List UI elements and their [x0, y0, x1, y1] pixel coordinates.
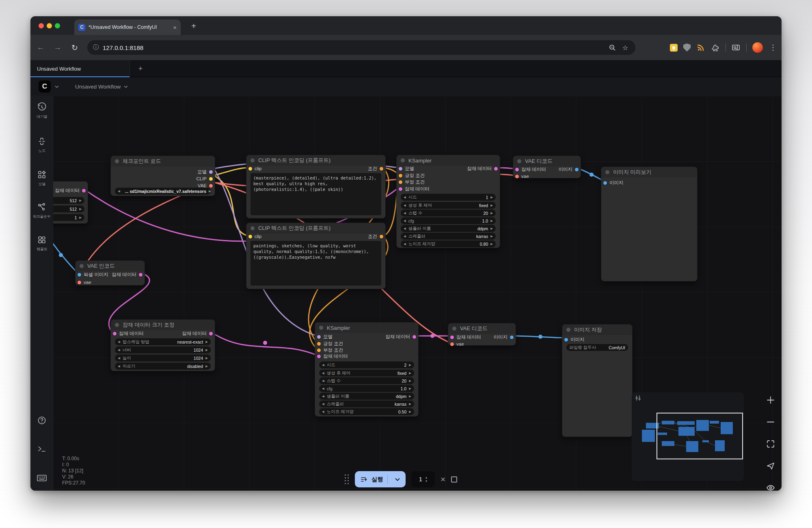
output-slot[interactable]: 잠재 데이터 — [385, 334, 416, 340]
run-options-chevron-icon[interactable] — [392, 476, 403, 483]
widget-control-after-generate[interactable]: ◀생성 후 제어fixed▶ — [319, 370, 414, 377]
widget-batch[interactable]: 1▶ — [53, 214, 84, 221]
widget-cfg[interactable]: ◀cfg1.0▶ — [401, 217, 496, 224]
minimap-viewport[interactable] — [657, 413, 743, 459]
input-slot[interactable]: 잠재 데이터 — [113, 331, 144, 336]
arrow-right-icon[interactable]: ▶ — [79, 199, 82, 202]
widget-height[interactable]: ◀높이1024▶ — [115, 355, 211, 361]
stepper-arrows[interactable]: ▴▾ — [425, 476, 427, 482]
input-slot[interactable]: vae — [78, 279, 91, 285]
input-slot[interactable]: 긍정 조건 — [399, 173, 425, 178]
output-slot[interactable]: CLIP — [196, 176, 213, 182]
profile-avatar[interactable] — [752, 42, 763, 53]
arrow-right-icon[interactable]: ▶ — [79, 207, 82, 211]
collapse-dot[interactable] — [605, 170, 609, 174]
node-preview-image[interactable]: 이미지 미리보기 이미지 — [601, 167, 698, 281]
collapse-dot[interactable] — [115, 159, 119, 163]
arrow-left-icon[interactable]: ◀ — [118, 189, 120, 193]
minimize-window-button[interactable] — [47, 23, 52, 28]
back-icon[interactable]: ← — [34, 41, 48, 54]
output-slot[interactable]: 잠재 데이터 — [467, 166, 498, 171]
node-vae-decode-1[interactable]: VAE 디코드 잠재 데이터 vae 이미지 — [513, 156, 581, 178]
collapse-dot[interactable] — [251, 158, 255, 162]
input-slot[interactable]: 긍정 조건 — [317, 341, 343, 346]
collapse-dot[interactable] — [452, 327, 456, 331]
navigate-cursor-icon[interactable] — [764, 460, 777, 472]
run-button[interactable]: 실행 — [355, 471, 406, 487]
forward-icon[interactable]: → — [51, 41, 65, 54]
node-vae-decode-2[interactable]: VAE 디코드 잠재 데이터 vae 이미지 — [448, 323, 516, 346]
site-info-icon[interactable]: ⓘ — [93, 44, 99, 51]
tab-close-icon[interactable]: × — [173, 24, 177, 31]
widget-upscale-method[interactable]: ◀업스케일 방법nearest-exact▶ — [115, 338, 211, 345]
arrow-right-icon[interactable]: ▶ — [209, 189, 211, 193]
minimap-panel[interactable] — [632, 392, 744, 481]
fit-view-icon[interactable] — [764, 438, 777, 450]
node-ksampler-1[interactable]: KSampler 모델 긍정 조건 부정 조건 잠재 데이터 잠재 데이터 ◀시… — [396, 155, 500, 248]
input-slot[interactable]: 잠재 데이터 — [450, 334, 481, 340]
toolbar-drag-handle[interactable] — [345, 474, 349, 485]
input-slot[interactable]: vae — [450, 341, 464, 347]
zoom-out-icon[interactable] — [764, 416, 777, 428]
input-slot[interactable]: 이미지 — [564, 337, 585, 342]
maximize-window-button[interactable] — [55, 23, 60, 28]
node-latent-upscale[interactable]: 잠재 데이터 크기 조정 잠재 데이터 잠재 데이터 ◀업스케일 방법neare… — [110, 319, 215, 371]
input-slot[interactable]: 모델 — [399, 166, 414, 171]
shield-extension-icon[interactable] — [683, 43, 691, 52]
arrow-right-icon[interactable]: ▶ — [79, 216, 82, 219]
new-tab-button[interactable]: + — [188, 20, 199, 32]
widget-crop[interactable]: ◀자르기disabled▶ — [115, 363, 211, 370]
comfyui-logo[interactable]: C — [39, 80, 51, 93]
output-slot[interactable]: 잠재 데이터 — [182, 331, 213, 336]
widget-denoise[interactable]: ◀노이즈 제거양0.80▶ — [401, 240, 496, 247]
input-slot[interactable]: 부정 조건 — [317, 347, 343, 353]
collapse-dot[interactable] — [319, 326, 323, 330]
prompt-textarea[interactable]: paintings, sketches, (low quality, worst… — [251, 241, 381, 286]
batch-count-input[interactable]: 1 ▴▾ — [411, 471, 435, 487]
workflow-tab[interactable]: Unsaved Workflow — [30, 60, 130, 77]
widget-ckpt-name[interactable]: ◀ 체 ... sd1/majicmixRealistic_v7.safeten… — [115, 188, 211, 195]
input-slot[interactable]: clip — [248, 234, 261, 239]
sidebar-item-templates[interactable]: 템플릿 — [30, 235, 53, 252]
output-slot[interactable]: 이미지 — [559, 167, 579, 172]
input-slot[interactable]: vae — [515, 173, 529, 179]
sidebar-item-nodes[interactable]: 노드 — [30, 136, 53, 154]
widget-sampler-name[interactable]: ◀샘플러 이름ddpm▶ — [401, 225, 496, 232]
collapse-dot[interactable] — [517, 159, 521, 163]
node-clip-encode-positive[interactable]: CLIP 텍스트 인코딩 (프롬프트) clip 조건 (masterpiece… — [246, 155, 386, 219]
node-vae-encode[interactable]: VAE 인코드 픽셀 이미지 vae 잠재 데이터 — [75, 260, 145, 286]
stop-icon[interactable] — [451, 476, 457, 483]
output-slot[interactable]: 조건 — [368, 234, 383, 239]
input-slot[interactable]: clip — [248, 166, 261, 171]
node-load-checkpoint[interactable]: 체크포인트 로드 모델 CLIP VAE ◀ 체 ... sd1/majicmi… — [110, 156, 215, 196]
address-bar[interactable]: ⓘ 127.0.0.1:8188 ☆ — [87, 40, 635, 55]
collapse-dot[interactable] — [401, 158, 405, 162]
sidebar-item-workflows[interactable]: 워크플로우 — [30, 202, 53, 219]
collapse-dot[interactable] — [251, 226, 255, 230]
node-empty-latent[interactable]: 잠재 데이터 512▶ 512▶ 1▶ — [53, 181, 88, 224]
graph-canvas[interactable]: 잠재 데이터 512▶ 512▶ 1▶ 체크포인트 로드 모델 CLIP VAE… — [53, 96, 782, 491]
widget-steps[interactable]: ◀스텝 수20▶ — [319, 377, 414, 384]
node-save-image[interactable]: 이미지 저장 이미지 파일명 접두사ComfyUI — [562, 324, 633, 437]
sidebar-item-models[interactable]: 모델 — [30, 170, 53, 187]
widget-denoise[interactable]: ◀노이즈 제거양0.50▶ — [319, 408, 414, 415]
widget-steps[interactable]: ◀스텝 수20▶ — [401, 210, 496, 216]
side-panel-search-icon[interactable] — [732, 43, 741, 52]
output-slot[interactable]: 조건 — [368, 166, 383, 171]
output-slot[interactable]: 잠재 데이터 — [112, 272, 143, 277]
widget-sampler-name[interactable]: ◀샘플러 이름ddpm▶ — [319, 393, 414, 400]
output-slot[interactable]: 모델 — [197, 169, 213, 175]
collapse-dot[interactable] — [566, 328, 570, 332]
zoom-page-icon[interactable] — [608, 43, 617, 52]
reload-icon[interactable]: ↻ — [68, 41, 82, 54]
widget-cfg[interactable]: ◀cfg1.0▶ — [319, 385, 414, 392]
node-ksampler-2[interactable]: KSampler 모델 긍정 조건 부정 조건 잠재 데이터 잠재 데이터 ◀시… — [315, 322, 419, 417]
input-slot[interactable]: 모델 — [317, 334, 333, 340]
workflow-name-menu[interactable]: Unsaved Workflow — [75, 84, 128, 90]
zoom-in-icon[interactable] — [764, 394, 777, 406]
sidebar-item-help[interactable] — [30, 415, 53, 425]
output-slot[interactable]: 이미지 — [494, 334, 514, 340]
widget-width[interactable]: 512▶ — [53, 197, 84, 204]
widget-width[interactable]: ◀너비1024▶ — [115, 346, 211, 353]
widget-scheduler[interactable]: ◀스케줄러karras▶ — [401, 233, 496, 240]
